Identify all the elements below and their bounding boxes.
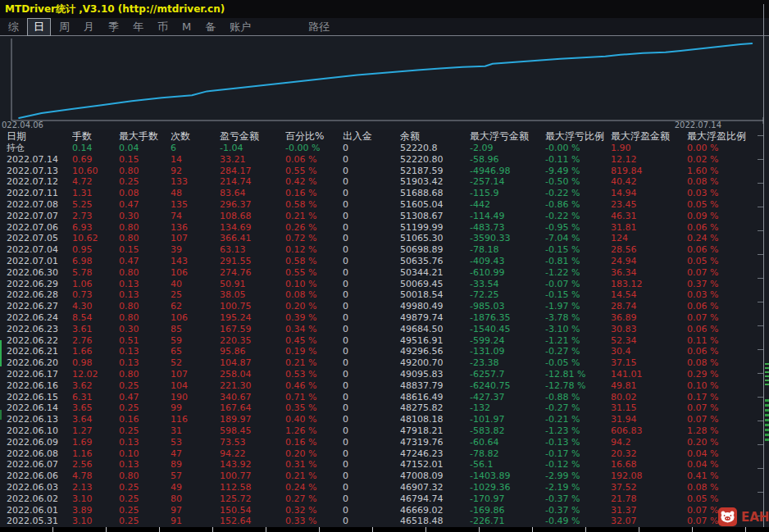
table-row[interactable]: 2022.06.023.100.2580125.720.27 %046794.7… [0, 493, 762, 505]
table-row[interactable]: 2022.06.200.980.1352104.870.21 %049200.7… [0, 357, 762, 369]
cell-col10: 40.42 [611, 176, 687, 188]
table-row[interactable]: 2022.06.280.730.132538.050.08 %050018.54… [0, 289, 762, 301]
equity-curve-line [19, 43, 752, 118]
cell-col7: 49684.50 [400, 324, 470, 335]
table-row[interactable]: 2022.06.081.160.104794.220.20 %047246.23… [0, 448, 762, 460]
cell-col7: 46907.32 [400, 482, 470, 493]
menu-item-monthly[interactable]: 月 [78, 19, 100, 35]
table-row-position[interactable]: 持仓0.140.046-1.04-0.00 %052220.8-2.09-0.0… [0, 143, 762, 154]
column-header-11[interactable]: 最大浮盈比例 [687, 130, 759, 143]
cell-col11: 0.05 % [687, 256, 759, 267]
cell-col3: 116 [171, 414, 220, 425]
table-row[interactable]: 2022.07.016.980.47143291.550.58 %050635.… [0, 256, 762, 267]
cell-col0: 2022.07.14 [7, 154, 72, 166]
cell-col2: 0.13 [119, 437, 171, 448]
cell-col5: 0.21 % [285, 211, 343, 222]
cell-col4: 152.64 [220, 516, 285, 527]
cell-col3: 107 [171, 369, 220, 380]
cell-col10: 16.68 [611, 459, 687, 471]
column-header-10[interactable]: 最大浮盈金额 [611, 130, 687, 143]
cell-col3: 97 [171, 505, 220, 516]
table-row[interactable]: 2022.06.248.540.80106195.240.39 %049879.… [0, 312, 762, 324]
cell-col8: -257.14 [470, 176, 545, 188]
menu-item-path[interactable]: 路径 [303, 19, 335, 35]
table-row[interactable]: 2022.06.305.780.80106274.760.55 %050344.… [0, 267, 762, 279]
table-row[interactable]: 2022.07.111.310.084883.640.16 %051688.68… [0, 188, 762, 199]
cell-col5: 0.21 % [285, 471, 343, 482]
cell-col3: 47 [171, 448, 220, 460]
menu-item-yearly[interactable]: 年 [127, 19, 149, 35]
table-row[interactable]: 2022.07.124.720.25133214.740.42 %051903.… [0, 176, 762, 188]
table-row[interactable]: 2022.06.064.780.8057100.770.21 %047008.0… [0, 471, 762, 482]
cell-col8: -58.96 [470, 154, 545, 166]
table-row[interactable]: 2022.06.143.650.2599167.640.35 %048275.8… [0, 402, 762, 414]
table-row[interactable]: 2022.06.211.660.136595.860.19 %049296.56… [0, 346, 762, 357]
menu-item-summary[interactable]: 综 [2, 19, 25, 35]
cell-col5: 1.26 % [285, 425, 343, 437]
table-row[interactable]: 2022.07.140.690.151433.210.06 %052220.80… [0, 154, 762, 166]
table-row[interactable]: 2022.06.163.620.25104221.300.46 %048837.… [0, 380, 762, 392]
cell-col5: 0.40 % [285, 414, 343, 425]
cell-col6: 0 [343, 346, 400, 357]
table-row[interactable]: 2022.06.1712.020.80107258.040.53 %049095… [0, 369, 762, 380]
table-row[interactable]: 2022.06.032.130.2549112.580.24 %046907.3… [0, 482, 762, 493]
menu-item-quarterly[interactable]: 季 [102, 19, 125, 35]
cell-col9: -0.88 % [545, 392, 611, 403]
cell-col8: -6240.75 [470, 380, 545, 392]
bottom-scroll-track[interactable] [0, 527, 769, 532]
table-row[interactable]: 2022.06.133.640.16116189.970.40 %048108.… [0, 414, 762, 425]
table-row[interactable]: 2022.07.1310.600.8092284.170.55 %052187.… [0, 166, 762, 177]
cell-col3: 135 [171, 199, 220, 211]
table-row[interactable]: 2022.07.072.730.3074108.680.21 %051308.6… [0, 211, 762, 222]
table-row[interactable]: 2022.06.222.760.5159220.350.45 %049516.9… [0, 335, 762, 347]
cell-col0: 2022.06.23 [7, 324, 72, 335]
column-header-4[interactable]: 盈亏金额 [220, 130, 285, 143]
column-header-2[interactable]: 最大手数 [119, 130, 171, 143]
table-row[interactable]: 2022.07.066.930.80136134.690.26 %051199.… [0, 222, 762, 234]
cell-col9: -7.04 % [545, 233, 611, 244]
table-row[interactable]: 2022.05.313.100.2591152.640.33 %046518.4… [0, 516, 762, 527]
table-row[interactable]: 2022.06.156.310.47190340.670.71 %048616.… [0, 392, 762, 403]
menu-item-currency[interactable]: 币 [152, 19, 174, 35]
cell-col8: -583.82 [470, 425, 545, 437]
table-row[interactable]: 2022.06.291.060.134050.910.10 %050069.45… [0, 279, 762, 290]
cell-col1: 3.89 [72, 505, 119, 516]
cell-col3: 59 [171, 335, 220, 347]
cell-col4: 274.76 [220, 267, 285, 279]
cell-col6: 0 [343, 188, 400, 199]
table-row[interactable]: 2022.06.091.690.135373.530.16 %047319.76… [0, 437, 762, 448]
menu-item-weekly[interactable]: 周 [53, 19, 75, 35]
menu-item-account[interactable]: 账户 [224, 19, 257, 35]
cell-col8: -6257.7 [470, 369, 545, 380]
column-header-0[interactable]: 日期 [7, 130, 72, 143]
column-header-5[interactable]: 百分比% [285, 130, 343, 143]
table-row[interactable]: 2022.07.040.950.153963.130.12 %050698.89… [0, 244, 762, 256]
cell-col7: 46794.74 [400, 493, 470, 505]
column-header-3[interactable]: 次数 [171, 130, 220, 143]
table-body[interactable]: 持仓0.140.046-1.04-0.00 %052220.8-2.09-0.0… [0, 143, 762, 527]
table-row[interactable]: 2022.06.274.300.8062100.750.20 %049980.4… [0, 301, 762, 312]
cell-col2: 0.80 [119, 312, 171, 324]
menu-item-backup[interactable]: 备 [199, 19, 221, 35]
cell-col5: 0.21 % [285, 357, 343, 369]
cell-col7: 52220.8 [400, 143, 470, 154]
menu-item-daily[interactable]: 日 [27, 18, 51, 36]
column-header-8[interactable]: 最大浮亏金额 [470, 130, 545, 143]
cell-col9: -0.37 % [545, 505, 611, 516]
column-header-7[interactable]: 余额 [400, 130, 470, 143]
table-row[interactable]: 2022.06.072.560.1389143.920.31 %047152.0… [0, 459, 762, 471]
column-header-6[interactable]: 出入金 [343, 130, 400, 143]
cell-col10: 12.12 [611, 154, 687, 166]
table-row[interactable]: 2022.06.101.270.2531598.451.26 %047918.2… [0, 425, 762, 437]
table-row[interactable]: 2022.07.085.250.47135296.370.58 %051605.… [0, 199, 762, 211]
cell-col3: 39 [171, 244, 220, 256]
column-header-9[interactable]: 最大浮亏比例 [545, 130, 611, 143]
menu-item-m[interactable]: M [176, 20, 197, 34]
cell-col1: 10.60 [72, 166, 119, 177]
cell-col9: -1.23 % [545, 425, 611, 437]
cell-col2: 0.25 [119, 493, 171, 505]
table-row[interactable]: 2022.06.233.610.3085167.590.34 %049684.5… [0, 324, 762, 335]
table-row[interactable]: 2022.06.013.890.2597150.540.32 %046669.0… [0, 505, 762, 516]
column-header-1[interactable]: 手数 [72, 130, 119, 143]
table-row[interactable]: 2022.07.0510.620.80107366.410.72 %051065… [0, 233, 762, 244]
